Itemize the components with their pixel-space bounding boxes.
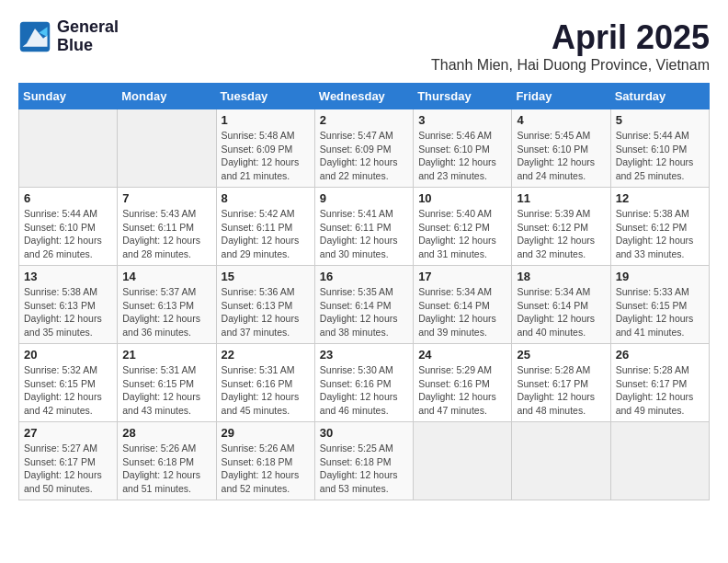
- day-number: 10: [418, 191, 506, 205]
- day-info: Sunrise: 5:37 AM Sunset: 6:13 PM Dayligh…: [122, 285, 210, 339]
- day-number: 14: [122, 270, 210, 283]
- day-number: 13: [24, 270, 112, 283]
- day-info: Sunrise: 5:48 AM Sunset: 6:09 PM Dayligh…: [222, 129, 310, 183]
- day-info: Sunrise: 5:40 AM Sunset: 6:12 PM Dayligh…: [418, 207, 506, 261]
- calendar-cell: 30Sunrise: 5:25 AM Sunset: 6:18 PM Dayli…: [314, 422, 413, 500]
- day-info: Sunrise: 5:34 AM Sunset: 6:14 PM Dayligh…: [517, 285, 605, 339]
- day-number: 11: [517, 191, 605, 205]
- day-info: Sunrise: 5:44 AM Sunset: 6:10 PM Dayligh…: [24, 207, 112, 261]
- day-number: 25: [517, 348, 605, 362]
- day-number: 29: [222, 426, 310, 440]
- day-info: Sunrise: 5:30 AM Sunset: 6:16 PM Dayligh…: [320, 363, 408, 418]
- weekday-header-wednesday: Wednesday: [314, 84, 413, 109]
- day-number: 22: [222, 348, 310, 362]
- calendar: SundayMondayTuesdayWednesdayThursdayFrid…: [18, 83, 710, 500]
- day-info: Sunrise: 5:38 AM Sunset: 6:13 PM Dayligh…: [24, 285, 112, 339]
- day-number: 21: [122, 348, 210, 362]
- weekday-header-monday: Monday: [118, 84, 216, 109]
- calendar-cell: 9Sunrise: 5:41 AM Sunset: 6:11 PM Daylig…: [314, 188, 413, 266]
- calendar-cell: 21Sunrise: 5:31 AM Sunset: 6:15 PM Dayli…: [118, 344, 216, 422]
- day-info: Sunrise: 5:46 AM Sunset: 6:10 PM Dayligh…: [418, 129, 506, 183]
- logo-line2: Blue: [57, 37, 119, 55]
- day-info: Sunrise: 5:26 AM Sunset: 6:18 PM Dayligh…: [122, 442, 210, 496]
- calendar-week-5: 27Sunrise: 5:27 AM Sunset: 6:17 PM Dayli…: [19, 422, 710, 500]
- day-number: 24: [418, 348, 506, 362]
- calendar-cell: 12Sunrise: 5:38 AM Sunset: 6:12 PM Dayli…: [610, 188, 709, 266]
- calendar-cell: 11Sunrise: 5:39 AM Sunset: 6:12 PM Dayli…: [512, 188, 610, 266]
- day-info: Sunrise: 5:28 AM Sunset: 6:17 PM Dayligh…: [517, 363, 605, 418]
- weekday-header-saturday: Saturday: [610, 84, 709, 109]
- calendar-cell: [414, 422, 512, 500]
- day-info: Sunrise: 5:34 AM Sunset: 6:14 PM Dayligh…: [418, 285, 506, 339]
- calendar-cell: 19Sunrise: 5:33 AM Sunset: 6:15 PM Dayli…: [610, 266, 709, 344]
- day-info: Sunrise: 5:47 AM Sunset: 6:09 PM Dayligh…: [320, 129, 408, 183]
- day-number: 26: [616, 348, 704, 362]
- calendar-week-1: 1Sunrise: 5:48 AM Sunset: 6:09 PM Daylig…: [19, 109, 710, 188]
- title-area: April 2025 Thanh Mien, Hai Duong Provinc…: [431, 18, 710, 74]
- day-number: 27: [24, 426, 112, 440]
- day-number: 5: [616, 113, 704, 127]
- logo: General Blue: [18, 18, 119, 55]
- day-number: 19: [616, 270, 704, 283]
- weekday-header-sunday: Sunday: [19, 84, 118, 109]
- calendar-cell: 26Sunrise: 5:28 AM Sunset: 6:17 PM Dayli…: [610, 344, 709, 422]
- day-info: Sunrise: 5:42 AM Sunset: 6:11 PM Dayligh…: [222, 207, 310, 261]
- logo-line1: General: [57, 18, 119, 37]
- calendar-week-4: 20Sunrise: 5:32 AM Sunset: 6:15 PM Dayli…: [19, 344, 710, 422]
- day-number: 1: [222, 113, 310, 127]
- day-info: Sunrise: 5:31 AM Sunset: 6:16 PM Dayligh…: [222, 363, 310, 418]
- day-number: 20: [24, 348, 112, 362]
- day-number: 12: [616, 191, 704, 205]
- calendar-cell: 24Sunrise: 5:29 AM Sunset: 6:16 PM Dayli…: [414, 344, 512, 422]
- day-number: 9: [320, 191, 408, 205]
- calendar-cell: [610, 422, 709, 500]
- calendar-cell: 27Sunrise: 5:27 AM Sunset: 6:17 PM Dayli…: [19, 422, 118, 500]
- month-year: April 2025: [431, 18, 710, 57]
- calendar-cell: 5Sunrise: 5:44 AM Sunset: 6:10 PM Daylig…: [610, 109, 709, 188]
- day-info: Sunrise: 5:26 AM Sunset: 6:18 PM Dayligh…: [222, 442, 310, 496]
- header: General Blue April 2025 Thanh Mien, Hai …: [18, 18, 710, 74]
- day-info: Sunrise: 5:44 AM Sunset: 6:10 PM Dayligh…: [616, 129, 704, 183]
- calendar-cell: 22Sunrise: 5:31 AM Sunset: 6:16 PM Dayli…: [216, 344, 314, 422]
- day-number: 7: [122, 191, 210, 205]
- location: Thanh Mien, Hai Duong Province, Vietnam: [431, 57, 710, 74]
- calendar-cell: 17Sunrise: 5:34 AM Sunset: 6:14 PM Dayli…: [414, 266, 512, 344]
- calendar-cell: [19, 109, 118, 188]
- calendar-cell: 28Sunrise: 5:26 AM Sunset: 6:18 PM Dayli…: [118, 422, 216, 500]
- day-number: 16: [320, 270, 408, 283]
- calendar-cell: 29Sunrise: 5:26 AM Sunset: 6:18 PM Dayli…: [216, 422, 314, 500]
- day-number: 8: [222, 191, 310, 205]
- calendar-cell: [118, 109, 216, 188]
- day-number: 3: [418, 113, 506, 127]
- calendar-cell: 16Sunrise: 5:35 AM Sunset: 6:14 PM Dayli…: [314, 266, 413, 344]
- calendar-cell: 3Sunrise: 5:46 AM Sunset: 6:10 PM Daylig…: [414, 109, 512, 188]
- weekday-header-friday: Friday: [512, 84, 610, 109]
- calendar-week-3: 13Sunrise: 5:38 AM Sunset: 6:13 PM Dayli…: [19, 266, 710, 344]
- calendar-cell: 20Sunrise: 5:32 AM Sunset: 6:15 PM Dayli…: [19, 344, 118, 422]
- calendar-cell: 13Sunrise: 5:38 AM Sunset: 6:13 PM Dayli…: [19, 266, 118, 344]
- day-info: Sunrise: 5:41 AM Sunset: 6:11 PM Dayligh…: [320, 207, 408, 261]
- calendar-cell: 23Sunrise: 5:30 AM Sunset: 6:16 PM Dayli…: [314, 344, 413, 422]
- weekday-header-thursday: Thursday: [414, 84, 512, 109]
- day-info: Sunrise: 5:39 AM Sunset: 6:12 PM Dayligh…: [517, 207, 605, 261]
- day-info: Sunrise: 5:28 AM Sunset: 6:17 PM Dayligh…: [616, 363, 704, 418]
- calendar-cell: 18Sunrise: 5:34 AM Sunset: 6:14 PM Dayli…: [512, 266, 610, 344]
- day-number: 6: [24, 191, 112, 205]
- calendar-cell: 6Sunrise: 5:44 AM Sunset: 6:10 PM Daylig…: [19, 188, 118, 266]
- day-info: Sunrise: 5:45 AM Sunset: 6:10 PM Dayligh…: [517, 129, 605, 183]
- day-info: Sunrise: 5:38 AM Sunset: 6:12 PM Dayligh…: [616, 207, 704, 261]
- calendar-cell: 14Sunrise: 5:37 AM Sunset: 6:13 PM Dayli…: [118, 266, 216, 344]
- calendar-cell: 10Sunrise: 5:40 AM Sunset: 6:12 PM Dayli…: [414, 188, 512, 266]
- day-info: Sunrise: 5:27 AM Sunset: 6:17 PM Dayligh…: [24, 442, 112, 496]
- calendar-cell: 8Sunrise: 5:42 AM Sunset: 6:11 PM Daylig…: [216, 188, 314, 266]
- day-number: 23: [320, 348, 408, 362]
- day-number: 30: [320, 426, 408, 440]
- calendar-cell: 7Sunrise: 5:43 AM Sunset: 6:11 PM Daylig…: [118, 188, 216, 266]
- day-info: Sunrise: 5:33 AM Sunset: 6:15 PM Dayligh…: [616, 285, 704, 339]
- calendar-cell: 25Sunrise: 5:28 AM Sunset: 6:17 PM Dayli…: [512, 344, 610, 422]
- weekday-header-row: SundayMondayTuesdayWednesdayThursdayFrid…: [19, 84, 710, 109]
- weekday-header-tuesday: Tuesday: [216, 84, 314, 109]
- day-info: Sunrise: 5:25 AM Sunset: 6:18 PM Dayligh…: [320, 442, 408, 496]
- calendar-cell: 1Sunrise: 5:48 AM Sunset: 6:09 PM Daylig…: [216, 109, 314, 188]
- calendar-cell: 4Sunrise: 5:45 AM Sunset: 6:10 PM Daylig…: [512, 109, 610, 188]
